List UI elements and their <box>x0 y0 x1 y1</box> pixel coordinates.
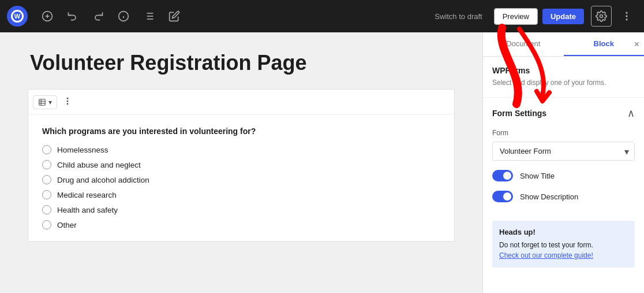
show-description-label: Show Description <box>520 192 578 201</box>
more-options-button[interactable] <box>616 6 637 27</box>
show-description-row: Show Description <box>492 191 635 202</box>
form-question: Which programs are you interested in vol… <box>42 127 440 136</box>
list-item: Homelessness <box>42 145 440 154</box>
heads-up-text: Do not forget to test your form. Check o… <box>499 240 628 261</box>
list-item: Other <box>42 220 440 229</box>
heads-up-box: Heads up! Do not forget to test your for… <box>492 221 635 268</box>
form-toolbar-chevron-icon: ▾ <box>48 98 52 106</box>
switch-to-draft-button[interactable]: Switch to draft <box>428 9 489 24</box>
option-text: Health and safety <box>57 206 118 214</box>
svg-point-22 <box>67 103 68 105</box>
form-options-list: HomelessnessChild abuse and neglectDrug … <box>42 145 440 229</box>
form-content: Which programs are you interested in vol… <box>28 115 454 241</box>
radio-icon <box>42 160 51 169</box>
radio-icon <box>42 205 51 214</box>
block-name: WPForms <box>492 66 635 75</box>
tab-block[interactable]: Block <box>564 32 645 56</box>
wp-logo-icon <box>11 10 24 23</box>
heads-up-body-text: Do not forget to test your form. <box>499 241 593 249</box>
option-text: Medical research <box>57 191 117 199</box>
option-text: Other <box>57 221 77 229</box>
form-block: ▾ Which programs are you interested in v… <box>28 89 455 242</box>
list-item: Medical research <box>42 190 440 199</box>
form-select-wrapper: Volunteer FormContact FormNewsletter Sig… <box>492 142 635 161</box>
page-title: Volunteer Registration Page <box>28 51 455 75</box>
undo-button[interactable] <box>62 6 83 27</box>
svg-point-21 <box>67 101 68 102</box>
form-settings-section: Form Settings ∧ Form Volunteer FormConta… <box>483 98 644 221</box>
svg-rect-16 <box>39 99 46 105</box>
info-button[interactable] <box>113 6 134 27</box>
svg-point-12 <box>600 15 603 18</box>
collapse-form-settings-button[interactable]: ∧ <box>627 107 635 120</box>
wp-logo[interactable] <box>7 6 28 27</box>
show-title-toggle[interactable] <box>492 170 513 181</box>
list-item: Health and safety <box>42 205 440 214</box>
form-toolbar-table-btn[interactable]: ▾ <box>33 95 57 109</box>
editor-area: Volunteer Registration Page ▾ Which prog… <box>0 32 482 293</box>
add-block-button[interactable] <box>37 6 58 27</box>
radio-icon <box>42 175 51 184</box>
form-settings-header: Form Settings ∧ <box>492 107 635 120</box>
radio-icon <box>42 220 51 229</box>
list-item: Child abuse and neglect <box>42 160 440 169</box>
form-settings-title: Form Settings <box>492 109 546 118</box>
sidebar: Document Block × WPForms Select and disp… <box>482 32 644 293</box>
close-sidebar-button[interactable]: × <box>634 39 639 50</box>
redo-button[interactable] <box>88 6 108 27</box>
block-description: Select and display one of your forms. <box>492 77 635 88</box>
svg-point-15 <box>626 19 627 20</box>
radio-icon <box>42 190 51 199</box>
svg-point-20 <box>67 98 68 99</box>
main-layout: Volunteer Registration Page ▾ Which prog… <box>0 32 644 293</box>
svg-point-13 <box>626 12 627 13</box>
preview-button[interactable]: Preview <box>494 8 538 25</box>
form-block-toolbar: ▾ <box>28 90 454 115</box>
svg-point-14 <box>626 16 627 17</box>
show-title-row: Show Title <box>492 170 635 181</box>
list-view-button[interactable] <box>138 6 159 27</box>
settings-button[interactable] <box>591 6 612 27</box>
tab-document[interactable]: Document <box>483 32 564 56</box>
form-toolbar-more-btn[interactable] <box>59 94 76 110</box>
option-text: Drug and alcohol addiction <box>57 176 149 184</box>
form-field-label: Form <box>492 129 635 137</box>
option-text: Homelessness <box>57 146 108 154</box>
option-text: Child abuse and neglect <box>57 161 141 169</box>
show-description-toggle[interactable] <box>492 191 513 202</box>
heads-up-link[interactable]: Check out our complete guide! <box>499 251 593 259</box>
show-description-knob <box>503 192 511 201</box>
list-item: Drug and alcohol addiction <box>42 175 440 184</box>
edit-button[interactable] <box>164 6 185 27</box>
sidebar-tabs: Document Block × <box>483 32 644 57</box>
block-info-section: WPForms Select and display one of your f… <box>483 57 644 98</box>
update-button[interactable]: Update <box>542 9 584 24</box>
form-select[interactable]: Volunteer FormContact FormNewsletter Sig… <box>492 142 635 161</box>
radio-icon <box>42 145 51 154</box>
show-title-label: Show Title <box>520 172 555 180</box>
heads-up-title: Heads up! <box>499 228 628 236</box>
main-toolbar: Switch to draft Preview Update <box>0 0 644 32</box>
show-title-knob <box>503 172 511 180</box>
